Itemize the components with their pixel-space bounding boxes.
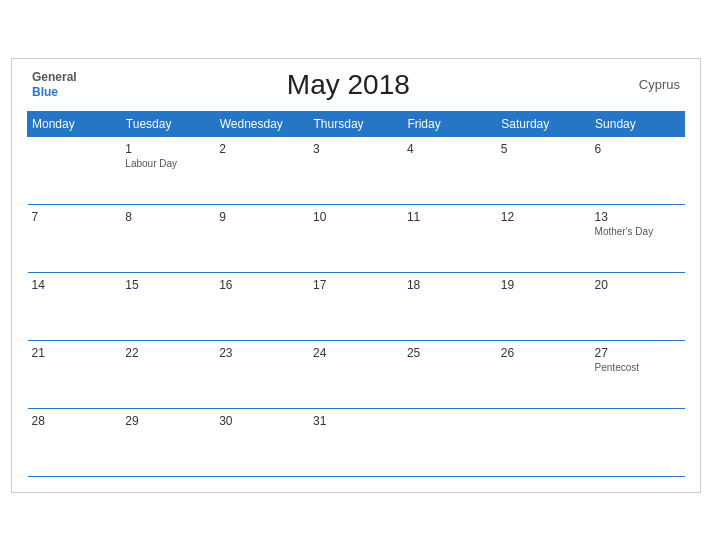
logo-blue-text: Blue — [32, 85, 77, 99]
event-name: Labour Day — [125, 158, 211, 169]
calendar-cell: 6 — [591, 136, 685, 204]
weekday-header-wednesday: Wednesday — [215, 111, 309, 136]
day-number: 25 — [407, 346, 493, 360]
day-number: 8 — [125, 210, 211, 224]
day-number: 12 — [501, 210, 587, 224]
weekday-header-thursday: Thursday — [309, 111, 403, 136]
day-number: 14 — [32, 278, 118, 292]
calendar-cell: 30 — [215, 408, 309, 476]
day-number: 29 — [125, 414, 211, 428]
event-name: Pentecost — [595, 362, 681, 373]
calendar-cell: 31 — [309, 408, 403, 476]
calendar-cell: 24 — [309, 340, 403, 408]
calendar-cell — [497, 408, 591, 476]
weekday-header-tuesday: Tuesday — [121, 111, 215, 136]
event-name: Mother's Day — [595, 226, 681, 237]
week-row-4: 21222324252627Pentecost — [28, 340, 685, 408]
week-row-3: 14151617181920 — [28, 272, 685, 340]
calendar-cell: 29 — [121, 408, 215, 476]
calendar-cell: 7 — [28, 204, 122, 272]
week-row-1: 1Labour Day23456 — [28, 136, 685, 204]
day-number: 30 — [219, 414, 305, 428]
calendar-cell: 20 — [591, 272, 685, 340]
day-number: 27 — [595, 346, 681, 360]
calendar-cell: 5 — [497, 136, 591, 204]
calendar-cell: 8 — [121, 204, 215, 272]
calendar-cell: 11 — [403, 204, 497, 272]
day-number: 4 — [407, 142, 493, 156]
day-number: 6 — [595, 142, 681, 156]
weekday-header-saturday: Saturday — [497, 111, 591, 136]
day-number: 18 — [407, 278, 493, 292]
day-number: 9 — [219, 210, 305, 224]
calendar-cell: 28 — [28, 408, 122, 476]
calendar-header: General Blue May 2018 Cyprus — [27, 69, 685, 101]
week-row-5: 28293031 — [28, 408, 685, 476]
day-number: 1 — [125, 142, 211, 156]
calendar-cell: 10 — [309, 204, 403, 272]
calendar-cell: 26 — [497, 340, 591, 408]
calendar-cell: 12 — [497, 204, 591, 272]
calendar-cell: 1Labour Day — [121, 136, 215, 204]
day-number: 19 — [501, 278, 587, 292]
calendar-cell: 21 — [28, 340, 122, 408]
calendar-cell: 14 — [28, 272, 122, 340]
day-number: 23 — [219, 346, 305, 360]
weekday-header-row: MondayTuesdayWednesdayThursdayFridaySatu… — [28, 111, 685, 136]
day-number: 16 — [219, 278, 305, 292]
country-name: Cyprus — [620, 77, 680, 92]
calendar-cell: 15 — [121, 272, 215, 340]
calendar-cell: 17 — [309, 272, 403, 340]
calendar-container: General Blue May 2018 Cyprus MondayTuesd… — [11, 58, 701, 493]
calendar-cell: 18 — [403, 272, 497, 340]
logo-general-text: General — [32, 70, 77, 84]
day-number: 21 — [32, 346, 118, 360]
day-number: 15 — [125, 278, 211, 292]
day-number: 5 — [501, 142, 587, 156]
weekday-header-monday: Monday — [28, 111, 122, 136]
day-number: 24 — [313, 346, 399, 360]
calendar-cell: 27Pentecost — [591, 340, 685, 408]
calendar-cell: 22 — [121, 340, 215, 408]
calendar-cell: 25 — [403, 340, 497, 408]
day-number: 11 — [407, 210, 493, 224]
day-number: 20 — [595, 278, 681, 292]
logo: General Blue — [32, 70, 77, 99]
weekday-header-friday: Friday — [403, 111, 497, 136]
day-number: 7 — [32, 210, 118, 224]
day-number: 2 — [219, 142, 305, 156]
calendar-cell: 2 — [215, 136, 309, 204]
calendar-grid: MondayTuesdayWednesdayThursdayFridaySatu… — [27, 111, 685, 477]
calendar-cell: 4 — [403, 136, 497, 204]
day-number: 31 — [313, 414, 399, 428]
weekday-header-sunday: Sunday — [591, 111, 685, 136]
day-number: 3 — [313, 142, 399, 156]
calendar-cell: 19 — [497, 272, 591, 340]
day-number: 10 — [313, 210, 399, 224]
calendar-cell — [28, 136, 122, 204]
day-number: 26 — [501, 346, 587, 360]
calendar-cell: 9 — [215, 204, 309, 272]
calendar-cell: 13Mother's Day — [591, 204, 685, 272]
calendar-title: May 2018 — [77, 69, 620, 101]
calendar-cell: 16 — [215, 272, 309, 340]
calendar-cell: 23 — [215, 340, 309, 408]
day-number: 17 — [313, 278, 399, 292]
calendar-cell — [591, 408, 685, 476]
day-number: 22 — [125, 346, 211, 360]
calendar-cell: 3 — [309, 136, 403, 204]
week-row-2: 78910111213Mother's Day — [28, 204, 685, 272]
day-number: 28 — [32, 414, 118, 428]
calendar-cell — [403, 408, 497, 476]
day-number: 13 — [595, 210, 681, 224]
